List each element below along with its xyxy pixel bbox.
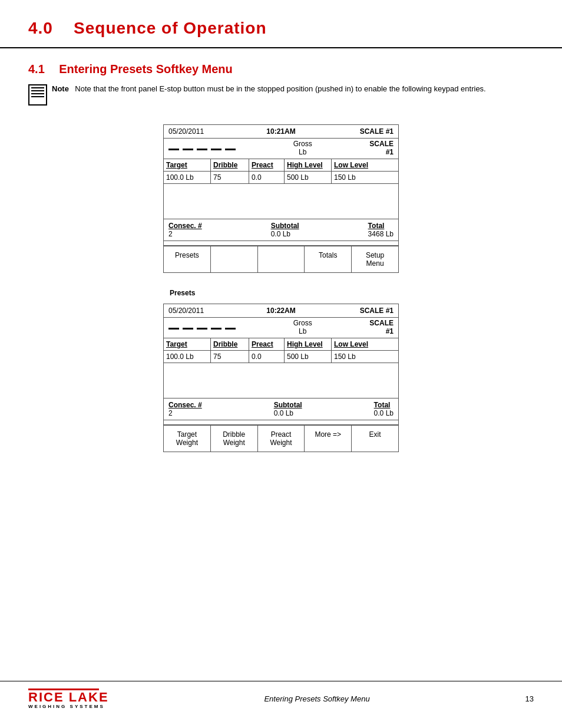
dash2-4 bbox=[211, 328, 222, 330]
screen1-btn-2[interactable] bbox=[211, 246, 258, 272]
screen1-container: 05/20/2011 10:21AM SCALE #1 bbox=[28, 124, 534, 273]
screen1-header: 05/20/2011 10:21AM SCALE #1 bbox=[164, 125, 398, 139]
col-header-preact: Preact bbox=[249, 159, 285, 171]
screen1-footer: Consec. # 2 Subtotal 0.0 Lb Total 3468 L… bbox=[164, 219, 398, 241]
screen2-gross: Gross Lb bbox=[293, 319, 312, 335]
screen1-btn-presets[interactable]: Presets bbox=[164, 246, 211, 272]
col-header-lowlevel: Low Level bbox=[332, 159, 398, 171]
dash2-1 bbox=[168, 328, 179, 330]
dash3 bbox=[197, 149, 207, 150]
screen2-total-value: 0.0 Lb bbox=[374, 409, 394, 417]
subsection-title: Entering Presets Softkey Menu bbox=[59, 62, 233, 75]
screen2-spacer bbox=[164, 420, 398, 425]
screen1: 05/20/2011 10:21AM SCALE #1 bbox=[163, 124, 399, 273]
screen2-consec: Consec. # 2 bbox=[168, 401, 202, 417]
screen2-col-headers: Target Dribble Preact High Level Low Lev… bbox=[164, 338, 398, 351]
screen2-time: 10:22AM bbox=[266, 307, 295, 315]
screen2-scale-label: SCALE #1 bbox=[369, 319, 394, 335]
screen2-date: 05/20/2011 bbox=[168, 307, 204, 315]
screen1-spacer bbox=[164, 241, 398, 246]
screen1-total: Total 3468 Lb bbox=[368, 222, 394, 238]
dash2 bbox=[183, 149, 193, 150]
screen1-val-target: 100.0 Lb bbox=[164, 172, 211, 183]
screen2-footer: Consec. # 2 Subtotal 0.0 Lb Total 0.0 Lb bbox=[164, 398, 398, 420]
dash2-2 bbox=[183, 328, 193, 330]
screen2-gross-unit: Lb bbox=[293, 327, 312, 335]
screen1-dashes-area bbox=[168, 146, 236, 150]
s2-col-header-lowlevel: Low Level bbox=[332, 338, 398, 350]
page-header: 4.0 Sequence of Operation bbox=[0, 0, 562, 48]
screen1-buttons: Presets Totals Setup Menu bbox=[164, 246, 398, 272]
logo-text-top: RICE LAKE bbox=[28, 691, 109, 704]
note-content: Note Note that the front panel E-stop bu… bbox=[52, 83, 486, 95]
screen1-gross-label: Gross bbox=[293, 140, 312, 148]
screen1-gross: Gross Lb bbox=[293, 140, 312, 156]
col-header-highlevel: High Level bbox=[285, 159, 332, 171]
dash4 bbox=[211, 149, 222, 150]
logo-text-bottom: WEIGHING SYSTEMS bbox=[28, 704, 105, 709]
screen2-btn-preact[interactable]: Preact Weight bbox=[258, 426, 305, 452]
screen2-val-preact: 0.0 bbox=[249, 351, 285, 363]
screen2-btn-target[interactable]: Target Weight bbox=[164, 426, 211, 452]
screen1-scale: SCALE #1 bbox=[360, 127, 394, 136]
screen2-scale: SCALE #1 bbox=[360, 307, 394, 315]
screen1-consec-value: 2 bbox=[168, 230, 173, 238]
screen1-btn-totals[interactable]: Totals bbox=[305, 246, 352, 272]
screen1-val-lowlevel: 150 Lb bbox=[332, 172, 398, 183]
screen2-total-label: Total bbox=[374, 401, 391, 409]
col-header-target: Target bbox=[164, 159, 211, 171]
screen1-subtotal-label: Subtotal bbox=[271, 222, 299, 230]
note-label: Note bbox=[52, 84, 69, 93]
screen2-dashes bbox=[168, 328, 236, 330]
screen1-btn-setup[interactable]: Setup Menu bbox=[352, 246, 398, 272]
screen2-subtotal-value: 0.0 Lb bbox=[274, 409, 293, 417]
screen1-col-headers: Target Dribble Preact High Level Low Lev… bbox=[164, 159, 398, 172]
screen2-body bbox=[164, 363, 398, 398]
footer-page-number: 13 bbox=[525, 694, 534, 703]
screen2-btn-more[interactable]: More => bbox=[305, 426, 352, 452]
main-content: 4.1 Entering Presets Softkey Menu Note N… bbox=[0, 62, 562, 452]
screen1-weight-row: Gross Lb SCALE #1 bbox=[164, 139, 398, 159]
screen1-consec: Consec. # 2 bbox=[168, 222, 202, 238]
dash5 bbox=[225, 149, 236, 150]
screen1-body bbox=[164, 184, 398, 219]
dash1 bbox=[168, 149, 179, 150]
page-title: 4.0 Sequence of Operation bbox=[28, 19, 534, 38]
subsection-header: 4.1 Entering Presets Softkey Menu bbox=[28, 62, 534, 76]
screen1-gross-unit: Lb bbox=[293, 148, 312, 156]
screen2-val-dribble: 75 bbox=[211, 351, 249, 363]
screen2-consec-label: Consec. # bbox=[168, 401, 202, 409]
screen1-scale-label: SCALE #1 bbox=[369, 140, 394, 156]
col-header-dribble: Dribble bbox=[211, 159, 249, 171]
screen1-val-highlevel: 500 Lb bbox=[285, 172, 332, 183]
screen2: 05/20/2011 10:22AM SCALE #1 bbox=[163, 304, 399, 452]
s2-col-header-target: Target bbox=[164, 338, 211, 350]
screen1-total-value: 3468 Lb bbox=[368, 230, 394, 238]
screen1-label: Presets bbox=[28, 287, 534, 298]
screen2-dashes-area bbox=[168, 325, 236, 330]
screen2-btn-exit[interactable]: Exit bbox=[352, 426, 398, 452]
dash2-5 bbox=[225, 328, 236, 330]
s2-col-header-highlevel: High Level bbox=[285, 338, 332, 350]
screen1-val-preact: 0.0 bbox=[249, 172, 285, 183]
screen2-buttons: Target Weight Dribble Weight Preact Weig… bbox=[164, 425, 398, 452]
section-title: Sequence of Operation bbox=[74, 19, 267, 37]
screen2-weight-row: Gross Lb SCALE #1 bbox=[164, 318, 398, 338]
screen1-total-label: Total bbox=[368, 222, 385, 230]
screen1-btn-3[interactable] bbox=[258, 246, 305, 272]
screen2-val-lowlevel: 150 Lb bbox=[332, 351, 398, 363]
screen2-val-target: 100.0 Lb bbox=[164, 351, 211, 363]
logo: RICE LAKE WEIGHING SYSTEMS bbox=[28, 689, 109, 709]
note-box: Note Note that the front panel E-stop bu… bbox=[28, 83, 534, 106]
screen2-consec-value: 2 bbox=[168, 409, 173, 417]
screen2-container: 05/20/2011 10:22AM SCALE #1 bbox=[28, 304, 534, 452]
screen1-val-dribble: 75 bbox=[211, 172, 249, 183]
screen2-col-values: 100.0 Lb 75 0.0 500 Lb 150 Lb bbox=[164, 351, 398, 363]
screen2-total: Total 0.0 Lb bbox=[374, 401, 394, 417]
screen2-btn-dribble[interactable]: Dribble Weight bbox=[211, 426, 258, 452]
s2-col-header-preact: Preact bbox=[249, 338, 285, 350]
screen2-subtotal: Subtotal 0.0 Lb bbox=[274, 401, 302, 417]
footer-center-text: Entering Presets Softkey Menu bbox=[264, 694, 369, 703]
screen1-col-values: 100.0 Lb 75 0.0 500 Lb 150 Lb bbox=[164, 172, 398, 184]
screen1-dashes bbox=[168, 149, 236, 150]
